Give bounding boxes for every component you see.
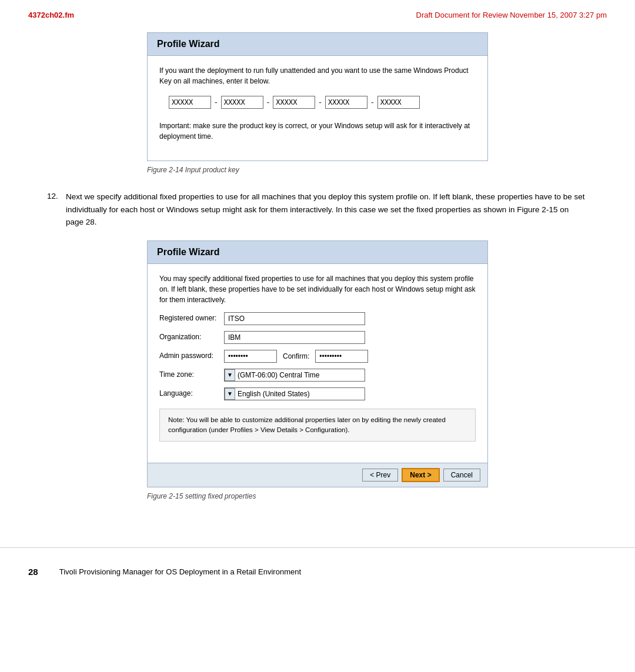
select-language[interactable]: ▼ English (United States)	[224, 387, 365, 400]
wizard-body-2: You may specify additional fixed propert…	[148, 264, 487, 463]
product-key-field-1[interactable]	[169, 96, 211, 109]
wizard-title-1: Profile Wizard	[157, 39, 220, 49]
step-12-container: 12. Next we specify additional fixed pro…	[47, 190, 588, 229]
step-12-text: Next we specify additional fixed propert…	[66, 190, 588, 229]
footer-text: Tivoli Provisioning Manager for OS Deplo…	[59, 567, 301, 576]
main-content: Profile Wizard If you want the deploymen…	[0, 26, 635, 524]
form-row-language: Language: ▼ English (United States)	[159, 387, 476, 400]
input-org[interactable]	[224, 331, 365, 344]
product-key-field-3[interactable]	[273, 96, 315, 109]
label-timezone: Time zone:	[159, 370, 224, 380]
label-confirm: Confirm:	[283, 352, 309, 360]
separator-2: -	[266, 98, 271, 107]
prev-button[interactable]: < Prev	[362, 469, 398, 482]
wizard-box-2: Profile Wizard You may specify additiona…	[147, 240, 488, 488]
form-row-password: Admin password: Confirm:	[159, 350, 476, 363]
dropdown-arrow-timezone: ▼	[225, 369, 235, 381]
separator-4: -	[370, 98, 375, 107]
page-number: 28	[28, 567, 38, 577]
input-confirm[interactable]	[315, 350, 368, 363]
step-12-number: 12.	[47, 190, 66, 229]
select-timezone[interactable]: ▼ (GMT-06:00) Central Time	[224, 369, 365, 382]
label-language: Language:	[159, 389, 224, 399]
timezone-value: (GMT-06:00) Central Time	[238, 371, 319, 379]
figure-2-caption: Figure 2-15 setting fixed properties	[147, 492, 488, 500]
input-password[interactable]	[224, 350, 277, 363]
file-name: 4372ch02.fm	[28, 11, 74, 19]
separator-3: -	[317, 98, 323, 107]
wizard-title-2: Profile Wizard	[157, 247, 220, 257]
figure-1-caption: Figure 2-14 Input product key	[147, 166, 488, 174]
next-button[interactable]: Next >	[402, 468, 439, 482]
password-confirm-row: Confirm:	[224, 350, 368, 363]
form-row-org: Organization:	[159, 331, 476, 344]
draft-notice: Draft Document for Review November 15, 2…	[416, 11, 607, 19]
wizard-footer: < Prev Next > Cancel	[148, 463, 487, 487]
wizard-description-1: If you want the deployment to run fully …	[159, 65, 476, 86]
label-password: Admin password:	[159, 352, 224, 361]
form-row-timezone: Time zone: ▼ (GMT-06:00) Central Time	[159, 369, 476, 382]
wizard-description-2: You may specify additional fixed propert…	[159, 273, 476, 305]
wizard-note-1: Important: make sure the product key is …	[159, 121, 476, 142]
label-owner: Registered owner:	[159, 314, 224, 323]
wizard-note-2: Note: You will be able to customize addi…	[159, 409, 476, 442]
product-key-field-4[interactable]	[325, 96, 367, 109]
product-key-field-2[interactable]	[221, 96, 263, 109]
page-footer: 28 Tivoli Provisioning Manager for OS De…	[0, 547, 635, 586]
language-value: English (United States)	[238, 390, 310, 398]
wizard-header-2: Profile Wizard	[148, 241, 487, 264]
cancel-button[interactable]: Cancel	[443, 469, 480, 482]
separator-1: -	[213, 98, 219, 107]
dropdown-arrow-language: ▼	[225, 388, 235, 400]
wizard-box-1: Profile Wizard If you want the deploymen…	[147, 32, 488, 161]
label-org: Organization:	[159, 333, 224, 342]
document-header: 4372ch02.fm Draft Document for Review No…	[0, 0, 635, 26]
wizard-header-1: Profile Wizard	[148, 33, 487, 56]
product-key-field-5[interactable]	[377, 96, 420, 109]
input-owner[interactable]	[224, 312, 365, 325]
wizard-body-1: If you want the deployment to run fully …	[148, 56, 487, 161]
product-key-row: - - - -	[169, 96, 476, 109]
form-row-owner: Registered owner:	[159, 312, 476, 325]
